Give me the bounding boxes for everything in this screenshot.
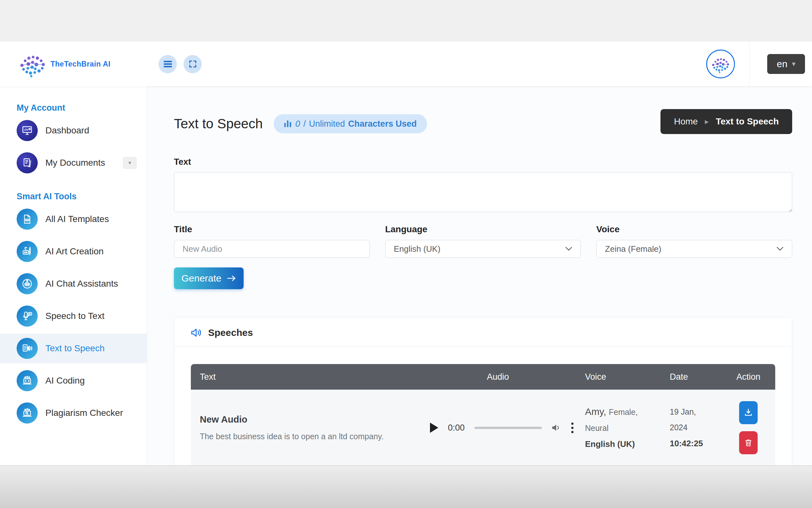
fullscreen-icon xyxy=(188,59,197,69)
user-avatar[interactable] xyxy=(706,50,735,78)
bar-chart-icon xyxy=(284,120,292,128)
coding-icon xyxy=(17,370,38,391)
sidebar-item-ai-coding[interactable]: AI Coding xyxy=(0,366,147,395)
speech-to-text-icon xyxy=(17,305,38,327)
text-input-area[interactable] xyxy=(174,172,792,212)
speeches-card-header: Speeches xyxy=(174,318,792,347)
delete-button[interactable] xyxy=(739,431,758,454)
trash-icon xyxy=(744,438,753,447)
sidebar-item-text-to-speech[interactable]: Text to Speech xyxy=(0,334,147,363)
sidebar-toggle-button[interactable] xyxy=(158,55,177,73)
top-bar: TheTechBrain AI xyxy=(0,42,812,86)
badge-label: Characters Used xyxy=(348,119,417,129)
language-select[interactable]: English (UK) xyxy=(385,240,581,258)
plagiarism-checker-icon xyxy=(17,403,38,424)
column-header-text: Text xyxy=(191,372,411,382)
sidebar-heading-my-account: My Account xyxy=(0,103,147,113)
language-dropdown[interactable]: en ▾ xyxy=(767,54,805,74)
speaker-icon xyxy=(191,328,202,338)
speeches-title: Speeches xyxy=(208,327,253,338)
language-value: en xyxy=(777,58,787,70)
audio-player[interactable]: 0:00 xyxy=(411,423,585,433)
breadcrumb: Home ▸ Text to Speech xyxy=(661,109,792,134)
date-day: 19 Jan, xyxy=(670,407,721,417)
form-row: Title Language English (UK) Voice Zeina … xyxy=(174,224,792,258)
sidebar: My Account Dashboard My Documents ▾ Smar… xyxy=(0,86,147,465)
speech-date-cell: 19 Jan, 2024 10:42:25 xyxy=(670,407,721,449)
voice-selected-value: Zeina (Female) xyxy=(605,244,661,254)
breadcrumb-home-link[interactable]: Home xyxy=(674,117,698,127)
my-documents-expand-toggle[interactable]: ▾ xyxy=(123,157,137,169)
brand-name: TheTechBrain AI xyxy=(50,60,111,69)
top-gray-band xyxy=(0,0,812,42)
language-selected-value: English (UK) xyxy=(394,244,440,254)
sidebar-item-label: My Documents xyxy=(45,158,105,168)
column-header-voice: Voice xyxy=(585,372,670,382)
characters-used-badge: 0 / Unlimited Characters Used xyxy=(274,114,427,133)
speech-action-cell xyxy=(721,401,775,454)
app-window: TheTechBrain AI xyxy=(0,42,812,465)
caret-down-icon: ▾ xyxy=(792,60,795,68)
page-header: Text to Speech 0 / Unlimited Characters … xyxy=(174,111,792,137)
generate-button[interactable]: Generate xyxy=(174,267,244,289)
play-icon[interactable] xyxy=(430,423,438,433)
sidebar-item-label: Speech to Text xyxy=(45,311,104,321)
page: TheTechBrain AI xyxy=(0,0,812,508)
hamburger-icon xyxy=(163,60,172,68)
download-icon xyxy=(744,408,753,417)
speech-voice-cell: Amy, Female, Neural English (UK) xyxy=(585,406,670,449)
date-time: 10:42:25 xyxy=(670,438,721,449)
sidebar-item-label: AI Art Creation xyxy=(45,246,104,257)
title-field-group: Title xyxy=(174,224,370,258)
speech-text-cell: New Audio The best business idea is to o… xyxy=(191,414,411,441)
audio-progress-bar[interactable] xyxy=(474,427,542,429)
speeches-table: Text Audio Voice Date Action New Audio T… xyxy=(191,364,775,465)
column-header-date: Date xyxy=(670,372,721,382)
chat-assistants-icon xyxy=(17,273,38,294)
main-content: Text to Speech 0 / Unlimited Characters … xyxy=(147,86,812,465)
voice-field-group: Voice Zeina (Female) xyxy=(596,224,792,258)
volume-icon[interactable] xyxy=(552,423,562,432)
brand-logo[interactable]: TheTechBrain AI xyxy=(0,42,147,86)
speeches-card: Speeches Text Audio Voice Date Action Ne… xyxy=(174,318,792,465)
sidebar-item-dashboard[interactable]: Dashboard xyxy=(0,116,147,145)
title-field-label: Title xyxy=(174,224,370,235)
voice-type: Neural xyxy=(585,424,670,433)
sidebar-item-ai-art-creation[interactable]: AI Art Creation xyxy=(0,237,147,266)
badge-separator: / xyxy=(303,119,306,129)
table-row: New Audio The best business idea is to o… xyxy=(191,390,775,465)
download-button[interactable] xyxy=(739,401,758,424)
templates-icon xyxy=(17,209,38,230)
breadcrumb-current: Text to Speech xyxy=(716,117,779,127)
speech-audio-cell: 0:00 xyxy=(411,423,585,433)
topbar-actions xyxy=(147,55,202,73)
page-title: Text to Speech xyxy=(174,116,263,131)
art-creation-icon xyxy=(17,241,38,262)
language-field-label: Language xyxy=(385,224,581,235)
column-header-action: Action xyxy=(721,372,775,382)
voice-select[interactable]: Zeina (Female) xyxy=(596,240,792,258)
fullscreen-button[interactable] xyxy=(184,55,202,73)
date-year: 2024 xyxy=(670,423,721,432)
generate-label: Generate xyxy=(181,273,221,284)
sidebar-item-plagiarism-checker[interactable]: Plagiarism Checker xyxy=(0,398,147,428)
characters-limit: Unlimited xyxy=(309,119,345,129)
sidebar-item-label: All AI Templates xyxy=(45,214,109,224)
sidebar-item-label: Text to Speech xyxy=(45,343,104,353)
title-input[interactable] xyxy=(174,240,370,258)
sidebar-item-all-ai-templates[interactable]: All AI Templates xyxy=(0,204,147,234)
arrow-right-icon xyxy=(227,275,236,282)
bottom-gray-band xyxy=(0,465,812,508)
sidebar-item-my-documents[interactable]: My Documents ▾ xyxy=(0,148,147,177)
sidebar-item-ai-chat-assistants[interactable]: AI Chat Assistants xyxy=(0,269,147,298)
voice-gender: Female, xyxy=(609,408,637,417)
speech-title: New Audio xyxy=(200,414,401,425)
voice-field-label: Voice xyxy=(596,224,792,235)
table-header-row: Text Audio Voice Date Action xyxy=(191,364,775,390)
dashboard-icon xyxy=(17,120,38,141)
sidebar-item-speech-to-text[interactable]: Speech to Text xyxy=(0,301,147,331)
sidebar-item-label: Plagiarism Checker xyxy=(45,408,123,418)
topbar-divider xyxy=(749,42,750,86)
audio-menu-icon[interactable] xyxy=(571,423,574,433)
chevron-down-icon xyxy=(776,247,783,251)
